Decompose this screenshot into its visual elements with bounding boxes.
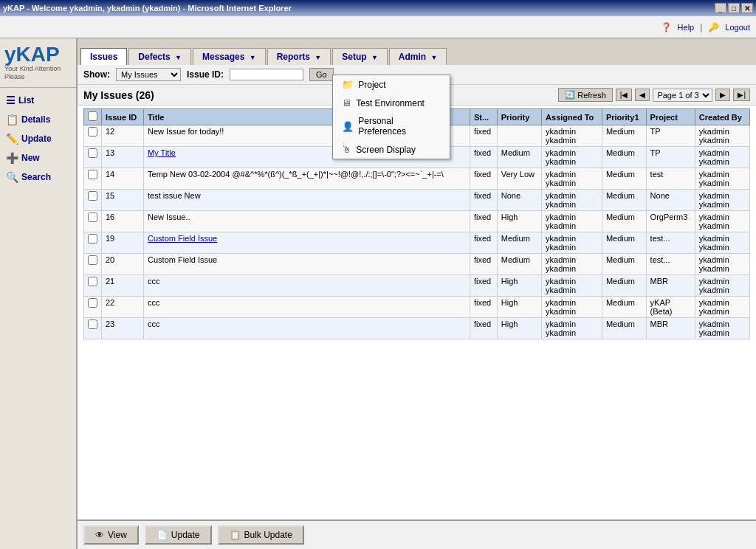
cell-assigned-to: ykadminykadmin xyxy=(542,125,602,147)
cell-status: fixed xyxy=(470,190,498,211)
next-page-button[interactable]: ▶ xyxy=(715,89,730,101)
issue-id-input[interactable] xyxy=(230,69,303,80)
close-button[interactable]: ✕ xyxy=(741,3,753,13)
maximize-button[interactable]: □ xyxy=(728,3,740,13)
logout-link[interactable]: Logout xyxy=(725,23,750,32)
table-row: 19Custom Field IssuefixedMediumykadminyk… xyxy=(84,232,750,254)
setup-dropdown: 📁 Project 🖥 Test Environment 👤 Personal … xyxy=(332,75,450,159)
admin-arrow: ▼ xyxy=(431,54,438,61)
refresh-icon: 🔄 xyxy=(565,90,575,100)
first-page-button[interactable]: |◀ xyxy=(616,89,633,101)
row-checkbox[interactable] xyxy=(88,277,97,286)
test-environment-icon: 🖥 xyxy=(342,97,351,108)
row-checkbox[interactable] xyxy=(88,234,97,244)
tab-reports[interactable]: Reports ▼ xyxy=(267,48,331,65)
cell-project: yKAP(Beta) xyxy=(646,297,695,318)
setup-tab-wrapper: Setup ▼ 📁 Project 🖥 Test Environment 👤 xyxy=(332,48,389,65)
sidebar-label-list: List xyxy=(18,95,34,106)
cell-priority1: Medium xyxy=(602,147,646,168)
cell-status: fixed xyxy=(470,211,498,232)
dropdown-screen-display[interactable]: 🖱 Screen Display xyxy=(333,140,450,159)
issue-title-link[interactable]: My Title xyxy=(148,148,176,157)
row-checkbox[interactable] xyxy=(88,170,97,179)
cell-created-by: ykadminykadmin xyxy=(695,147,749,168)
cell-status: fixed xyxy=(470,147,498,168)
cell-issue-id: 23 xyxy=(102,318,144,339)
cell-created-by: ykadminykadmin xyxy=(695,211,749,232)
issues-title: My Issues (26) xyxy=(83,89,154,101)
update-button[interactable]: 📄 Update xyxy=(145,525,212,545)
dropdown-project[interactable]: 📁 Project xyxy=(333,75,450,94)
sidebar-item-details[interactable]: 📋 Details xyxy=(0,110,76,129)
nav-tabs: Issues Defects ▼ Messages ▼ Reports ▼ Se… xyxy=(78,38,756,65)
tab-messages[interactable]: Messages ▼ xyxy=(193,48,266,65)
cell-priority1: Medium xyxy=(602,318,646,339)
sidebar-item-new[interactable]: ➕ New xyxy=(0,148,76,168)
cell-priority: High xyxy=(497,275,541,297)
go-button[interactable]: Go xyxy=(309,68,334,81)
row-checkbox[interactable] xyxy=(88,298,97,308)
cell-issue-id: 15 xyxy=(102,190,144,211)
sidebar-item-search[interactable]: 🔍 Search xyxy=(0,168,76,187)
dropdown-personal-preferences[interactable]: 👤 Personal Preferences xyxy=(333,112,450,140)
cell-title: ccc xyxy=(144,297,470,318)
cell-title: Temp New 03-02-2004 @#&^*%*(ß^)(_*ß_+(_+… xyxy=(144,168,470,190)
cell-status: fixed xyxy=(470,232,498,254)
tab-defects[interactable]: Defects ▼ xyxy=(128,48,191,65)
sidebar-label-search: Search xyxy=(21,172,51,182)
logo: yKAP xyxy=(4,44,72,65)
view-button[interactable]: 👁 View xyxy=(83,525,139,545)
row-checkbox[interactable] xyxy=(88,127,97,137)
cell-project: test xyxy=(646,168,695,190)
cell-status: fixed xyxy=(470,125,498,147)
row-checkbox[interactable] xyxy=(88,191,97,201)
dropdown-test-environment[interactable]: 🖥 Test Environment xyxy=(333,94,450,112)
cell-issue-id: 22 xyxy=(102,297,144,318)
row-checkbox[interactable] xyxy=(88,213,97,222)
cell-project: TP xyxy=(646,147,695,168)
cell-title: Custom Field Issue xyxy=(144,232,470,254)
table-row: 14Temp New 03-02-2004 @#&^*%*(ß^)(_*ß_+(… xyxy=(84,168,750,190)
col-project: Project xyxy=(646,109,695,125)
issue-title-link[interactable]: Custom Field Issue xyxy=(148,234,217,243)
cell-title: ccc xyxy=(144,318,470,339)
minimize-button[interactable]: _ xyxy=(715,3,726,13)
tab-admin[interactable]: Admin ▼ xyxy=(389,48,447,65)
cell-status: fixed xyxy=(470,297,498,318)
refresh-button[interactable]: 🔄 Refresh xyxy=(558,88,613,102)
prev-page-button[interactable]: ◀ xyxy=(635,89,650,101)
title-bar-buttons[interactable]: _ □ ✕ xyxy=(715,3,753,13)
cell-title: New Issue.. xyxy=(144,211,470,232)
table-row: 16New Issue..fixedHighykadminykadminMedi… xyxy=(84,211,750,232)
help-link[interactable]: Help xyxy=(678,23,695,32)
cell-priority1: Medium xyxy=(602,275,646,297)
cell-created-by: ykadminykadmin xyxy=(695,232,749,254)
messages-arrow: ▼ xyxy=(250,54,256,61)
bulk-update-button[interactable]: 📋 Bulk Update xyxy=(218,525,304,545)
table-row: 23cccfixedHighykadminykadminMediumMBRyka… xyxy=(84,318,750,339)
cell-priority1: Medium xyxy=(602,297,646,318)
top-bar: ❓ Help | 🔑 Logout xyxy=(0,16,756,38)
tab-issues[interactable]: Issues xyxy=(80,48,127,65)
cell-status: fixed xyxy=(470,318,498,339)
setup-arrow: ▼ xyxy=(371,54,378,61)
cell-priority: Very Low xyxy=(497,168,541,190)
row-checkbox[interactable] xyxy=(88,255,97,265)
cell-assigned-to: ykadminykadmin xyxy=(542,275,602,297)
tab-setup[interactable]: Setup ▼ xyxy=(332,48,388,65)
cell-project: MBR xyxy=(646,318,695,339)
row-checkbox[interactable] xyxy=(88,148,97,158)
col-created-by: Created By xyxy=(695,109,749,125)
sidebar-item-list[interactable]: ☰ List xyxy=(0,91,76,110)
show-select[interactable]: My Issues All Issues Open Issues xyxy=(116,68,181,81)
sidebar-item-update[interactable]: ✏️ Update xyxy=(0,129,76,148)
cell-issue-id: 12 xyxy=(102,125,144,147)
page-select[interactable]: Page 1 of 3 Page 2 of 3 Page 3 of 3 xyxy=(653,89,712,102)
cell-created-by: ykadminykadmin xyxy=(695,190,749,211)
cell-status: fixed xyxy=(470,275,498,297)
defects-arrow: ▼ xyxy=(175,54,182,61)
table-row: 15test issue NewfixedNoneykadminykadminM… xyxy=(84,190,750,211)
last-page-button[interactable]: ▶| xyxy=(733,89,750,101)
select-all-checkbox[interactable] xyxy=(88,111,97,121)
row-checkbox[interactable] xyxy=(88,320,97,329)
